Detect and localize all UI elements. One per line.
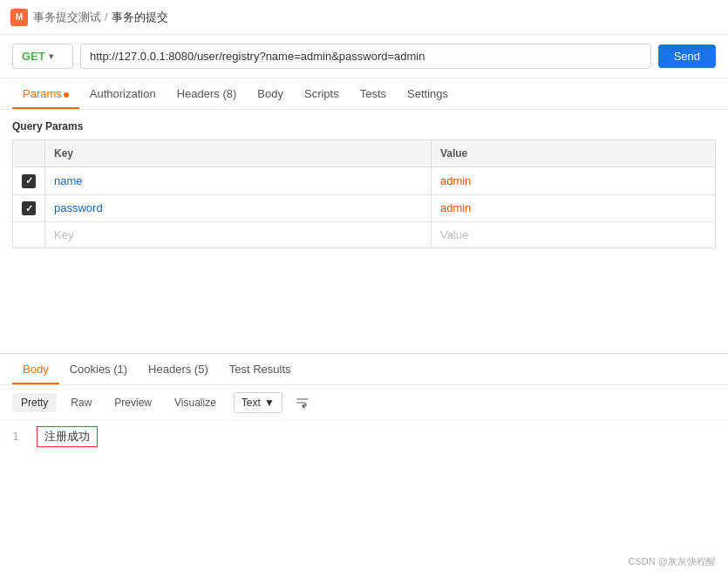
breadcrumb: 事务提交测试 / 事务的提交 <box>33 10 168 25</box>
response-tabs: Body Cookies (1) Headers (5) Test Result… <box>0 354 728 385</box>
row3-key-placeholder[interactable]: Key <box>45 222 432 248</box>
col-key: Key <box>45 140 432 167</box>
breadcrumb-separator: / <box>105 10 108 24</box>
fmt-tab-pretty[interactable]: Pretty <box>12 393 57 412</box>
fmt-tab-preview[interactable]: Preview <box>105 393 160 412</box>
text-format-dropdown[interactable]: Text ▼ <box>234 392 282 413</box>
row1-checkbox-cell[interactable] <box>13 167 45 195</box>
row3-value-placeholder[interactable]: Value <box>431 222 715 248</box>
row3-checkbox-cell <box>13 222 45 248</box>
tab-body[interactable]: Body <box>247 78 294 109</box>
row1-checkbox[interactable] <box>22 174 36 188</box>
text-format-label: Text <box>242 397 261 409</box>
resp-tab-body[interactable]: Body <box>12 354 59 384</box>
row1-value[interactable]: admin <box>431 167 715 195</box>
response-body: 1 注册成功 <box>0 421 728 452</box>
breadcrumb-parent: 事务提交测试 <box>33 10 101 25</box>
row2-checkbox[interactable] <box>22 201 36 215</box>
request-tabs: Params Authorization Headers (8) Body Sc… <box>0 78 728 110</box>
text-format-arrow-icon: ▼ <box>264 397 275 409</box>
empty-space <box>0 259 728 346</box>
params-table: Key Value name admin password admin <box>12 139 716 248</box>
params-dot <box>64 92 69 98</box>
tab-authorization[interactable]: Authorization <box>79 78 167 109</box>
method-selector[interactable]: GET ▾ <box>12 44 73 69</box>
tab-settings[interactable]: Settings <box>397 78 459 109</box>
resp-tab-headers[interactable]: Headers (5) <box>138 354 219 384</box>
send-button[interactable]: Send <box>658 44 716 68</box>
format-bar: Pretty Raw Preview Visualize Text ▼ <box>0 385 728 421</box>
app-logo: M <box>10 9 28 26</box>
fmt-tab-raw[interactable]: Raw <box>62 393 100 412</box>
tab-headers[interactable]: Headers (8) <box>167 78 248 109</box>
col-value: Value <box>431 140 715 167</box>
resp-tab-cookies[interactable]: Cookies (1) <box>59 354 138 384</box>
row1-key[interactable]: name <box>45 167 432 195</box>
watermark: CSDN @灰灰快程醒 <box>629 555 716 568</box>
row2-checkbox-cell[interactable] <box>13 194 45 222</box>
method-dropdown-arrow-icon: ▾ <box>49 51 53 61</box>
top-bar: M 事务提交测试 / 事务的提交 <box>0 0 728 35</box>
tab-params[interactable]: Params <box>12 78 79 109</box>
method-label: GET <box>22 50 45 63</box>
wrap-icon[interactable] <box>293 393 312 412</box>
row2-value[interactable]: admin <box>431 194 715 222</box>
params-section: Query Params Key Value name admin passwo <box>0 110 728 259</box>
tab-scripts[interactable]: Scripts <box>294 78 350 109</box>
tab-tests[interactable]: Tests <box>350 78 397 109</box>
query-params-title: Query Params <box>12 120 716 132</box>
breadcrumb-current: 事务的提交 <box>112 10 168 25</box>
response-content: 注册成功 <box>37 426 98 447</box>
line-number: 1 <box>12 430 19 443</box>
row2-key[interactable]: password <box>45 194 432 222</box>
url-bar: GET ▾ Send <box>0 35 728 78</box>
table-row: name admin <box>13 167 716 195</box>
resp-tab-test-results[interactable]: Test Results <box>219 354 302 384</box>
url-input[interactable] <box>80 44 651 69</box>
table-row: password admin <box>13 194 716 222</box>
table-row: Key Value <box>13 222 716 248</box>
col-checkbox <box>13 140 45 167</box>
fmt-tab-visualize[interactable]: Visualize <box>166 393 225 412</box>
